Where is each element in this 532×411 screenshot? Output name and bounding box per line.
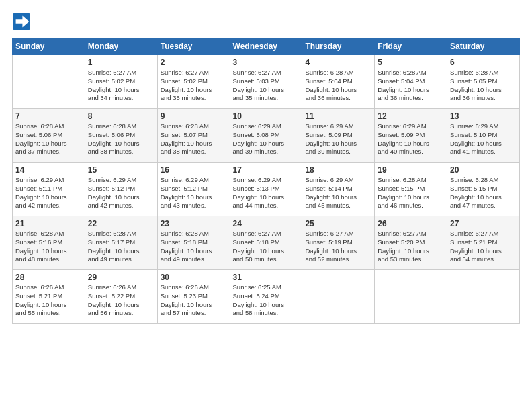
- weekday-header-cell: Saturday: [447, 38, 520, 55]
- day-number: 21: [15, 219, 82, 228]
- day-number: 14: [15, 165, 82, 175]
- day-info: Sunrise: 6:27 AM Sunset: 5:03 PM Dayligh…: [233, 68, 300, 103]
- day-info: Sunrise: 6:27 AM Sunset: 5:21 PM Dayligh…: [450, 230, 517, 264]
- calendar-day-cell: 4Sunrise: 6:28 AM Sunset: 5:04 PM Daylig…: [302, 55, 375, 109]
- day-number: 6: [450, 58, 517, 67]
- day-number: 19: [378, 165, 444, 175]
- day-info: Sunrise: 6:28 AM Sunset: 5:15 PM Dayligh…: [378, 176, 444, 210]
- calendar-day-cell: 15Sunrise: 6:29 AM Sunset: 5:12 PM Dayli…: [85, 163, 157, 216]
- calendar-day-cell: 10Sunrise: 6:29 AM Sunset: 5:08 PM Dayli…: [230, 109, 302, 163]
- calendar-day-cell: 28Sunrise: 6:26 AM Sunset: 5:21 PM Dayli…: [13, 270, 85, 324]
- day-number: 20: [450, 165, 517, 175]
- calendar-day-cell: 18Sunrise: 6:29 AM Sunset: 5:14 PM Dayli…: [302, 163, 375, 216]
- calendar-week-row: 21Sunrise: 6:28 AM Sunset: 5:16 PM Dayli…: [13, 216, 520, 270]
- calendar-day-cell: 29Sunrise: 6:26 AM Sunset: 5:22 PM Dayli…: [85, 270, 157, 324]
- weekday-header-cell: Wednesday: [230, 38, 302, 55]
- day-info: Sunrise: 6:29 AM Sunset: 5:12 PM Dayligh…: [88, 176, 154, 210]
- day-info: Sunrise: 6:29 AM Sunset: 5:09 PM Dayligh…: [305, 122, 371, 156]
- day-info: Sunrise: 6:26 AM Sunset: 5:21 PM Dayligh…: [15, 283, 82, 318]
- calendar-day-cell: 30Sunrise: 6:26 AM Sunset: 5:23 PM Dayli…: [157, 270, 230, 324]
- calendar-day-cell: 5Sunrise: 6:28 AM Sunset: 5:04 PM Daylig…: [375, 55, 447, 109]
- day-info: Sunrise: 6:28 AM Sunset: 5:17 PM Dayligh…: [88, 230, 154, 264]
- day-number: 18: [305, 165, 371, 175]
- day-info: Sunrise: 6:28 AM Sunset: 5:04 PM Dayligh…: [305, 68, 371, 103]
- calendar-day-cell: 21Sunrise: 6:28 AM Sunset: 5:16 PM Dayli…: [13, 216, 85, 270]
- calendar-day-cell: 24Sunrise: 6:27 AM Sunset: 5:18 PM Dayli…: [230, 216, 302, 270]
- weekday-header-cell: Friday: [375, 38, 447, 55]
- calendar-day-cell: 20Sunrise: 6:28 AM Sunset: 5:15 PM Dayli…: [447, 163, 520, 216]
- day-info: Sunrise: 6:26 AM Sunset: 5:22 PM Dayligh…: [88, 283, 154, 318]
- calendar-day-cell: 8Sunrise: 6:28 AM Sunset: 5:06 PM Daylig…: [85, 109, 157, 163]
- calendar-day-cell: 2Sunrise: 6:27 AM Sunset: 5:02 PM Daylig…: [157, 55, 230, 109]
- calendar-header-row: SundayMondayTuesdayWednesdayThursdayFrid…: [13, 38, 520, 55]
- day-number: 11: [305, 111, 371, 121]
- weekday-header-cell: Monday: [85, 38, 157, 55]
- header: [12, 12, 520, 31]
- day-info: Sunrise: 6:27 AM Sunset: 5:20 PM Dayligh…: [378, 230, 444, 264]
- calendar-day-cell: 7Sunrise: 6:28 AM Sunset: 5:06 PM Daylig…: [13, 109, 85, 163]
- calendar-week-row: 7Sunrise: 6:28 AM Sunset: 5:06 PM Daylig…: [13, 109, 520, 163]
- calendar-day-cell: 12Sunrise: 6:29 AM Sunset: 5:09 PM Dayli…: [375, 109, 447, 163]
- day-info: Sunrise: 6:28 AM Sunset: 5:15 PM Dayligh…: [450, 176, 517, 210]
- day-number: 22: [88, 219, 154, 228]
- calendar-day-cell: 16Sunrise: 6:29 AM Sunset: 5:12 PM Dayli…: [157, 163, 230, 216]
- calendar-day-cell: 27Sunrise: 6:27 AM Sunset: 5:21 PM Dayli…: [447, 216, 520, 270]
- day-info: Sunrise: 6:27 AM Sunset: 5:02 PM Dayligh…: [161, 68, 227, 103]
- day-number: 16: [161, 165, 227, 175]
- calendar-day-cell: 31Sunrise: 6:25 AM Sunset: 5:24 PM Dayli…: [230, 270, 302, 324]
- calendar-day-cell: 1Sunrise: 6:27 AM Sunset: 5:02 PM Daylig…: [85, 55, 157, 109]
- calendar-week-row: 1Sunrise: 6:27 AM Sunset: 5:02 PM Daylig…: [13, 55, 520, 109]
- day-info: Sunrise: 6:27 AM Sunset: 5:18 PM Dayligh…: [233, 230, 300, 264]
- day-number: 2: [161, 58, 227, 67]
- calendar-day-cell: 6Sunrise: 6:28 AM Sunset: 5:05 PM Daylig…: [447, 55, 520, 109]
- calendar-day-cell: 17Sunrise: 6:29 AM Sunset: 5:13 PM Dayli…: [230, 163, 302, 216]
- day-info: Sunrise: 6:29 AM Sunset: 5:09 PM Dayligh…: [378, 122, 444, 156]
- day-info: Sunrise: 6:28 AM Sunset: 5:18 PM Dayligh…: [161, 230, 227, 264]
- day-info: Sunrise: 6:29 AM Sunset: 5:14 PM Dayligh…: [305, 176, 371, 210]
- day-info: Sunrise: 6:29 AM Sunset: 5:12 PM Dayligh…: [161, 176, 227, 210]
- day-info: Sunrise: 6:28 AM Sunset: 5:06 PM Dayligh…: [88, 122, 154, 156]
- day-info: Sunrise: 6:29 AM Sunset: 5:13 PM Dayligh…: [233, 176, 300, 210]
- calendar-day-cell: 23Sunrise: 6:28 AM Sunset: 5:18 PM Dayli…: [157, 216, 230, 270]
- calendar-day-cell: 13Sunrise: 6:29 AM Sunset: 5:10 PM Dayli…: [447, 109, 520, 163]
- day-number: 1: [88, 58, 154, 67]
- day-info: Sunrise: 6:25 AM Sunset: 5:24 PM Dayligh…: [233, 283, 300, 318]
- day-number: 31: [233, 273, 300, 282]
- day-info: Sunrise: 6:28 AM Sunset: 5:07 PM Dayligh…: [161, 122, 227, 156]
- day-info: Sunrise: 6:29 AM Sunset: 5:08 PM Dayligh…: [233, 122, 300, 156]
- calendar-week-row: 28Sunrise: 6:26 AM Sunset: 5:21 PM Dayli…: [13, 270, 520, 324]
- calendar-day-cell: 14Sunrise: 6:29 AM Sunset: 5:11 PM Dayli…: [13, 163, 85, 216]
- weekday-header-cell: Tuesday: [157, 38, 230, 55]
- day-info: Sunrise: 6:27 AM Sunset: 5:19 PM Dayligh…: [305, 230, 371, 264]
- day-number: 7: [15, 111, 82, 121]
- page-container: SundayMondayTuesdayWednesdayThursdayFrid…: [0, 0, 532, 330]
- day-info: Sunrise: 6:26 AM Sunset: 5:23 PM Dayligh…: [161, 283, 227, 318]
- calendar-table: SundayMondayTuesdayWednesdayThursdayFrid…: [12, 38, 520, 324]
- day-number: 30: [161, 273, 227, 282]
- day-info: Sunrise: 6:27 AM Sunset: 5:02 PM Dayligh…: [88, 68, 154, 103]
- day-number: 27: [450, 219, 517, 228]
- day-number: 8: [88, 111, 154, 121]
- calendar-day-cell: 3Sunrise: 6:27 AM Sunset: 5:03 PM Daylig…: [230, 55, 302, 109]
- day-number: 24: [233, 219, 300, 228]
- calendar-day-cell: 25Sunrise: 6:27 AM Sunset: 5:19 PM Dayli…: [302, 216, 375, 270]
- day-info: Sunrise: 6:29 AM Sunset: 5:11 PM Dayligh…: [15, 176, 82, 210]
- day-number: 15: [88, 165, 154, 175]
- calendar-body: 1Sunrise: 6:27 AM Sunset: 5:02 PM Daylig…: [13, 55, 520, 324]
- day-info: Sunrise: 6:28 AM Sunset: 5:06 PM Dayligh…: [15, 122, 82, 156]
- day-number: 5: [378, 58, 444, 67]
- day-number: 28: [15, 273, 82, 282]
- day-number: 3: [233, 58, 300, 67]
- calendar-day-cell: [13, 55, 85, 109]
- day-number: 25: [305, 219, 371, 228]
- calendar-day-cell: [375, 270, 447, 324]
- calendar-day-cell: [447, 270, 520, 324]
- weekday-header-cell: Sunday: [13, 38, 85, 55]
- day-number: 26: [378, 219, 444, 228]
- day-number: 9: [161, 111, 227, 121]
- calendar-day-cell: 26Sunrise: 6:27 AM Sunset: 5:20 PM Dayli…: [375, 216, 447, 270]
- day-number: 29: [88, 273, 154, 282]
- calendar-week-row: 14Sunrise: 6:29 AM Sunset: 5:11 PM Dayli…: [13, 163, 520, 216]
- logo: [12, 12, 34, 31]
- day-number: 17: [233, 165, 300, 175]
